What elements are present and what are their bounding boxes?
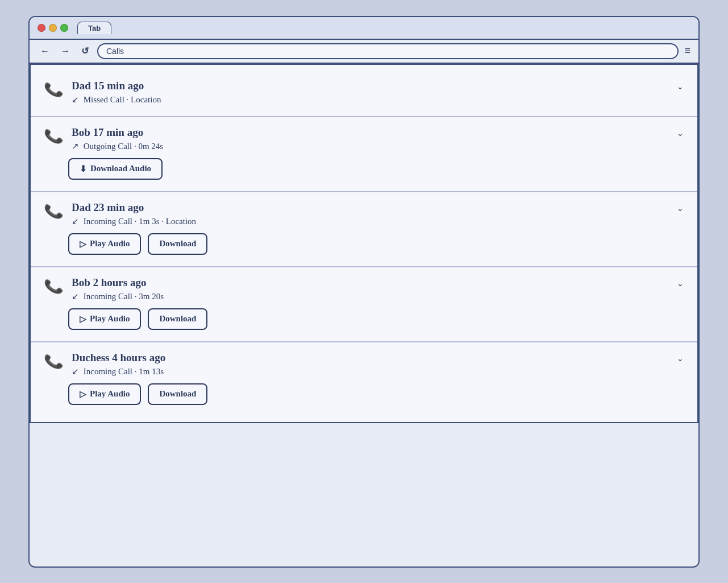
play-audio-label: Play Audio	[90, 314, 130, 324]
menu-icon[interactable]: ≡	[684, 45, 690, 57]
traffic-lights	[38, 24, 68, 32]
call-left: 📞 Bob 17 min ago ↗ Outgoing Call · 0m 24…	[44, 126, 163, 151]
phone-icon: 📞	[43, 79, 64, 100]
play-audio-button[interactable]: ▷ Play Audio	[68, 308, 141, 330]
play-audio-button[interactable]: ▷ Play Audio	[68, 233, 141, 255]
call-info: Duchess 4 hours ago ↙ Incoming Call · 1m…	[72, 352, 165, 377]
download-button[interactable]: Download	[148, 308, 207, 330]
maximize-button[interactable]	[60, 24, 68, 32]
call-subtitle: ↙ Incoming Call · 1m 13s	[72, 366, 165, 377]
play-icon: ▷	[80, 389, 86, 399]
download-button[interactable]: Download	[148, 383, 207, 405]
back-button[interactable]: ←	[38, 45, 52, 57]
download-label: Download	[159, 389, 196, 399]
minimize-button[interactable]	[49, 24, 57, 32]
browser-content: 📞 Dad 15 min ago ↙ Missed Call · Locatio…	[30, 64, 698, 423]
call-title: Duchess 4 hours ago	[72, 352, 165, 364]
call-header: 📞 Bob 17 min ago ↗ Outgoing Call · 0m 24…	[44, 126, 684, 151]
call-actions: ▷ Play Audio Download	[68, 308, 684, 330]
address-bar[interactable]	[97, 43, 679, 59]
call-info: Bob 17 min ago ↗ Outgoing Call · 0m 24s	[72, 126, 163, 151]
call-left: 📞 Dad 15 min ago ↙ Missed Call · Locatio…	[44, 80, 161, 105]
call-subtitle: ↙ Incoming Call · 3m 20s	[72, 291, 164, 301]
call-info: Bob 2 hours ago ↙ Incoming Call · 3m 20s	[72, 276, 164, 301]
download-label: Download	[159, 239, 196, 249]
chevron-down-icon[interactable]: ⌄	[677, 279, 684, 288]
call-header: 📞 Duchess 4 hours ago ↙ Incoming Call · …	[44, 352, 684, 377]
call-subtitle: ↗ Outgoing Call · 0m 24s	[72, 141, 163, 151]
call-item: 📞 Dad 15 min ago ↙ Missed Call · Locatio…	[31, 71, 697, 117]
download-label: Download	[159, 314, 196, 324]
phone-icon: 📞	[43, 351, 64, 371]
phone-icon: 📞	[43, 201, 64, 221]
browser-toolbar: ← → ↺ ≡	[30, 40, 698, 64]
call-actions: ▷ Play Audio Download	[68, 383, 684, 405]
call-title: Bob 2 hours ago	[72, 276, 164, 289]
call-info: Dad 15 min ago ↙ Missed Call · Location	[72, 80, 161, 105]
call-actions: ▷ Play Audio Download	[68, 233, 684, 255]
call-left: 📞 Bob 2 hours ago ↙ Incoming Call · 3m 2…	[44, 276, 164, 301]
close-button[interactable]	[38, 24, 45, 32]
call-left: 📞 Dad 23 min ago ↙ Incoming Call · 1m 3s…	[44, 201, 196, 226]
chevron-down-icon[interactable]: ⌄	[677, 354, 684, 363]
call-item: 📞 Dad 23 min ago ↙ Incoming Call · 1m 3s…	[31, 192, 697, 267]
play-audio-button[interactable]: ▷ Play Audio	[68, 383, 141, 405]
call-header: 📞 Bob 2 hours ago ↙ Incoming Call · 3m 2…	[44, 276, 684, 301]
download-icon: ⬇	[80, 164, 87, 174]
call-title: Dad 23 min ago	[72, 201, 196, 214]
call-title: Bob 17 min ago	[72, 126, 163, 139]
call-item: 📞 Duchess 4 hours ago ↙ Incoming Call · …	[31, 342, 697, 416]
browser-titlebar: Tab	[30, 17, 698, 40]
chevron-down-icon[interactable]: ⌄	[677, 129, 684, 138]
browser-window: Tab ← → ↺ ≡ 📞 Dad 15 min ago ↙ Missed Ca…	[28, 16, 700, 568]
chevron-down-icon[interactable]: ⌄	[677, 82, 684, 91]
call-header: 📞 Dad 15 min ago ↙ Missed Call · Locatio…	[44, 80, 684, 105]
call-subtitle: ↙ Incoming Call · 1m 3s · Location	[72, 216, 196, 226]
play-icon: ▷	[80, 314, 86, 324]
call-header: 📞 Dad 23 min ago ↙ Incoming Call · 1m 3s…	[44, 201, 684, 226]
play-audio-label: Play Audio	[90, 389, 130, 399]
play-audio-label: Play Audio	[90, 239, 130, 249]
browser-tab[interactable]: Tab	[77, 22, 111, 34]
call-item: 📞 Bob 2 hours ago ↙ Incoming Call · 3m 2…	[31, 267, 697, 342]
refresh-button[interactable]: ↺	[78, 44, 91, 57]
phone-icon: 📞	[43, 126, 64, 146]
call-subtitle: ↙ Missed Call · Location	[72, 94, 161, 105]
phone-icon: 📞	[43, 276, 64, 296]
call-actions: ⬇ Download Audio	[68, 158, 684, 180]
download-audio-button[interactable]: ⬇ Download Audio	[68, 158, 163, 180]
call-title: Dad 15 min ago	[72, 80, 161, 92]
call-left: 📞 Duchess 4 hours ago ↙ Incoming Call · …	[44, 352, 165, 377]
forward-button[interactable]: →	[58, 45, 73, 57]
call-info: Dad 23 min ago ↙ Incoming Call · 1m 3s ·…	[72, 201, 196, 226]
download-button[interactable]: Download	[148, 233, 207, 255]
chevron-down-icon[interactable]: ⌄	[677, 204, 684, 213]
play-icon: ▷	[80, 239, 86, 249]
download-audio-label: Download Audio	[90, 164, 151, 173]
call-item: 📞 Bob 17 min ago ↗ Outgoing Call · 0m 24…	[31, 117, 697, 192]
